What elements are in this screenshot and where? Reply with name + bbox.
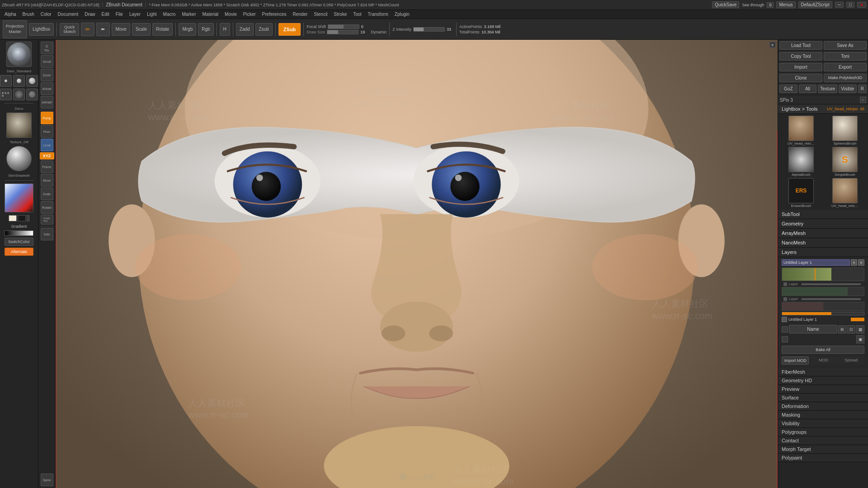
color-picker-btn[interactable] <box>5 183 33 212</box>
import-btn[interactable]: Import <box>779 63 822 71</box>
alternate-btn[interactable]: Alternate <box>5 248 33 256</box>
layer-icon-2[interactable]: ⊡ <box>847 325 855 333</box>
visibility-section[interactable]: Visibility <box>778 419 868 428</box>
active-brush-btn[interactable]: ZSub <box>278 23 301 36</box>
layer-eye-check[interactable] <box>782 317 787 322</box>
rotate-nav-btn[interactable]: Rotate <box>41 201 53 214</box>
menu-picker[interactable]: Picker <box>241 11 259 18</box>
focal-shift-track[interactable] <box>328 24 359 29</box>
layer-name-btn[interactable]: Name <box>789 325 837 333</box>
rotate-btn[interactable]: Rotate <box>152 23 173 36</box>
rgb-btn[interactable]: Rgb <box>198 23 213 36</box>
spix-dec-btn[interactable]: − <box>860 97 866 103</box>
menu-marker[interactable]: Marker <box>179 11 198 18</box>
bg-color-swatch[interactable] <box>18 215 26 221</box>
menu-brush[interactable]: Brush <box>20 11 37 18</box>
draw-size-track[interactable] <box>327 30 359 34</box>
texture-btn[interactable] <box>6 113 32 138</box>
all-btn[interactable]: All <box>799 84 817 93</box>
solo-btn[interactable]: Solo <box>41 228 53 240</box>
polygroups-section[interactable]: Polygroups <box>778 428 868 436</box>
subtool-section-header[interactable]: SubTool <box>778 210 868 219</box>
tool-thumb-2[interactable]: SpheresBrush <box>824 116 866 145</box>
actual-btn[interactable]: Actual <box>41 82 53 95</box>
menus-btn[interactable]: Menus <box>776 1 795 8</box>
menu-light[interactable]: Light <box>144 11 160 18</box>
export-btn[interactable]: Export <box>824 63 867 71</box>
nanomesh-section-header[interactable]: NanoMesh <box>778 238 868 248</box>
maximize-btn[interactable]: □ <box>846 2 854 8</box>
layer-vis-checkbox[interactable] <box>782 326 788 333</box>
lightbox-tools-header[interactable]: Lightbox > Tools UV_head_retopo. 48 <box>778 104 868 114</box>
geometry-hd-section[interactable]: Geometry HD <box>778 376 868 385</box>
import-mod-btn[interactable]: Import MOD <box>782 357 809 365</box>
undopol-btn[interactable]: UndoPol <box>41 215 53 225</box>
menu-tool[interactable]: Tool <box>350 11 364 18</box>
visible-btn[interactable]: Visible <box>839 84 857 93</box>
zoom-btn[interactable]: Zoom <box>41 69 53 81</box>
scale-btn[interactable]: Scale <box>132 23 151 36</box>
tool-thumb-3[interactable]: AlphaBrush <box>780 147 822 177</box>
layer-icon-1[interactable]: ⊞ <box>838 325 846 333</box>
menu-draw[interactable]: Draw <box>82 11 98 18</box>
r-top-btn[interactable]: R <box>858 84 867 93</box>
menu-movie[interactable]: Movie <box>222 11 240 18</box>
surface-section[interactable]: Surface <box>778 394 868 402</box>
spix-btn[interactable]: S Pix <box>41 42 53 54</box>
zsub-btn[interactable]: Zsub <box>255 23 273 36</box>
viewport[interactable]: 人人素材社区 www.rr-sc.com 人人素材社区 www.rr-sc.co… <box>56 40 778 488</box>
xyz-marker-btn[interactable]: XYZ <box>40 152 54 160</box>
pump-btn[interactable]: Pump <box>41 112 53 124</box>
brush-tool-btn[interactable] <box>6 42 32 67</box>
dot-brush-6[interactable] <box>26 89 38 100</box>
masking-section[interactable]: Masking <box>778 411 868 419</box>
scroll-btn[interactable]: Scroll <box>41 55 53 68</box>
minimize-btn[interactable]: ─ <box>835 2 844 8</box>
switch-color-btn[interactable]: SwitchColor <box>5 238 33 246</box>
tool-thumb-1[interactable]: UV_head_retopo <box>780 116 822 145</box>
texture-top-btn[interactable]: Texture <box>818 84 837 93</box>
intensity-track[interactable] <box>413 27 445 32</box>
menu-edit[interactable]: Edit <box>99 11 112 18</box>
quick-save-btn[interactable]: QuickSave <box>712 1 739 8</box>
polypaint-section[interactable]: Polypaint <box>778 454 868 462</box>
move-nav-btn[interactable]: Move <box>41 174 53 187</box>
draw-icon-btn[interactable]: ✒ <box>96 23 110 36</box>
menu-material[interactable]: Material <box>200 11 222 18</box>
h-btn[interactable]: H <box>220 23 230 36</box>
make-polymesh-btn[interactable]: Make PolyMesh3D <box>824 74 867 82</box>
mrgb-btn[interactable]: Mrgb <box>179 23 196 36</box>
fg-color-swatch[interactable] <box>9 215 17 221</box>
layer-name-input[interactable] <box>782 259 850 266</box>
menu-preferences[interactable]: Preferences <box>259 11 289 18</box>
layer-del-icon[interactable]: × <box>858 259 864 266</box>
menu-layer[interactable]: Layer <box>127 11 143 18</box>
morph-target-section[interactable]: Morph Target <box>778 445 868 454</box>
zadd-btn[interactable]: Zadd <box>236 23 254 36</box>
fibermesh-section[interactable]: FiberMesh <box>778 368 868 376</box>
deformation-section[interactable]: Deformation <box>778 402 868 411</box>
save-as-btn[interactable]: Save As <box>824 41 867 50</box>
menu-zplugin[interactable]: Zplugin <box>392 11 412 18</box>
dot-brush-5[interactable] <box>13 89 25 100</box>
floor-btn[interactable]: Floor <box>41 125 53 138</box>
local-btn[interactable]: Local <box>41 139 53 151</box>
goz-btn[interactable]: GoZ <box>779 84 797 93</box>
layer-icon-4[interactable]: ▣ <box>856 335 864 343</box>
copy-tool-btn[interactable]: Copy Tool <box>779 52 822 61</box>
aahalf-btn[interactable]: AAHalf <box>41 96 53 108</box>
menu-render[interactable]: Render <box>290 11 311 18</box>
arraymesh-section-header[interactable]: ArrayMesh <box>778 229 868 238</box>
spine-btn[interactable]: Spine <box>41 474 53 486</box>
dot-brush-1[interactable] <box>0 75 12 87</box>
quick-sketch-btn[interactable]: Quick Sketch <box>60 23 80 36</box>
lightbox-btn[interactable]: LightBox <box>29 23 54 36</box>
menu-stroke[interactable]: Stroke <box>331 11 349 18</box>
gradient-bar[interactable] <box>5 230 33 236</box>
scale-nav-btn[interactable]: Scale <box>41 188 53 200</box>
layer-vis-checkbox-2[interactable] <box>782 336 788 343</box>
viewport-corner-btn[interactable]: ■ <box>769 42 776 48</box>
tool-thumb-5[interactable]: ERS EraserBrush <box>780 178 822 208</box>
layer-track-3[interactable] <box>782 302 864 311</box>
menu-transform[interactable]: Transform <box>365 11 391 18</box>
